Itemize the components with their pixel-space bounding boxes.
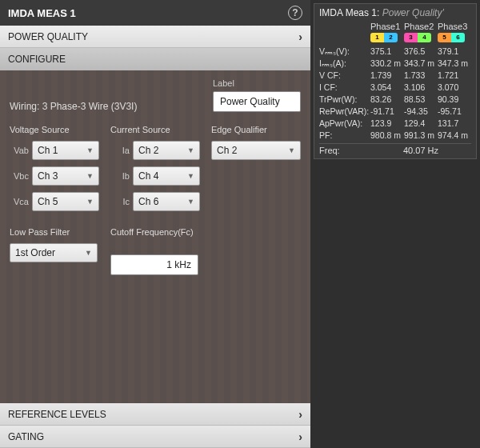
result-value: 3.070 xyxy=(438,82,471,94)
result-value: 379.1 xyxy=(438,46,471,58)
results-box: IMDA Meas 1: Power Quality' Phase1 Phase… xyxy=(314,3,477,159)
result-value: 375.1 xyxy=(370,46,404,58)
results-panel: IMDA Meas 1: Power Quality' Phase1 Phase… xyxy=(310,0,480,448)
result-value: 980.8 m xyxy=(370,130,404,142)
result-value: 90.39 xyxy=(438,94,471,106)
result-value: 123.9 xyxy=(370,118,404,130)
voltage-source-3-dropdown[interactable]: Ch 5▼ xyxy=(32,192,99,211)
phase-badges-row: 123456 xyxy=(319,31,471,42)
prefix-vab: Vab xyxy=(10,146,29,155)
result-value: 131.7 xyxy=(438,118,471,130)
result-value: 991.3 m xyxy=(404,130,438,142)
result-value: 3.054 xyxy=(370,82,404,94)
help-icon[interactable]: ? xyxy=(288,6,302,20)
result-value: 343.7 m xyxy=(404,58,438,70)
result-row: Iᵣₘₛ(A):330.2 m343.7 m347.3 m xyxy=(319,58,471,70)
section-label: POWER QUALITY xyxy=(8,31,88,42)
channel-pair-badge: 12 xyxy=(370,33,398,42)
prefix-ib: Ib xyxy=(110,171,130,181)
result-row: RePwr(VAR):-91.71-94.35-95.71 xyxy=(319,106,471,118)
result-label: V CF: xyxy=(319,70,370,82)
chevron-down-icon: ▼ xyxy=(86,172,94,180)
current-source-3-dropdown[interactable]: Ch 6▼ xyxy=(133,192,200,211)
chevron-down-icon: ▼ xyxy=(187,198,194,206)
section-reference-levels[interactable]: REFERENCE LEVELS › xyxy=(0,403,310,426)
low-pass-filter-dropdown[interactable]: 1st Order▼ xyxy=(10,243,98,262)
result-value: -91.71 xyxy=(370,106,404,118)
chevron-right-icon: › xyxy=(298,408,302,421)
panel-title-bar: IMDA MEAS 1 ? xyxy=(0,0,310,26)
result-label: I CF: xyxy=(319,82,370,94)
result-value: 1.739 xyxy=(370,70,404,82)
panel-title: IMDA MEAS 1 xyxy=(8,7,76,19)
result-value: 83.26 xyxy=(370,94,404,106)
result-label: ApPwr(VA): xyxy=(319,118,370,130)
phase1-header: Phase1 xyxy=(370,22,404,31)
channel-pair-badge: 56 xyxy=(438,33,465,42)
result-value: 330.2 m xyxy=(370,58,404,70)
result-value: 376.5 xyxy=(404,46,438,58)
configure-body: Wiring: 3 Phase-3 Wire (3V3I) Label Volt… xyxy=(0,70,310,403)
result-value: 1.721 xyxy=(438,70,471,82)
chevron-down-icon: ▼ xyxy=(288,146,295,154)
voltage-header: Voltage Source xyxy=(10,125,99,136)
current-header: Current Source xyxy=(110,125,200,136)
section-label: REFERENCE LEVELS xyxy=(8,409,106,420)
prefix-ia: Ia xyxy=(110,146,130,155)
result-label: Iᵣₘₛ(A): xyxy=(319,58,370,70)
channel-pair-badge: 34 xyxy=(404,33,431,42)
result-value: 1.733 xyxy=(404,70,438,82)
prefix-vca: Vca xyxy=(10,197,29,206)
result-row: PF:980.8 m991.3 m974.4 m xyxy=(319,130,471,142)
frequency-row: Freq: 40.07 Hz xyxy=(319,143,471,155)
label-caption: Label xyxy=(213,78,301,88)
result-label: TrPwr(W): xyxy=(319,94,370,106)
lpf-label: Low Pass Filter xyxy=(10,227,99,238)
result-value: 347.3 m xyxy=(438,58,471,70)
result-row: I CF:3.0543.1063.070 xyxy=(319,82,471,94)
phase3-header: Phase3 xyxy=(438,22,471,31)
freq-label: Freq: xyxy=(319,146,370,155)
prefix-vbc: Vbc xyxy=(10,171,29,181)
result-row: V CF:1.7391.7331.721 xyxy=(319,70,471,82)
result-value: -94.35 xyxy=(404,106,438,118)
current-source-2-dropdown[interactable]: Ch 4▼ xyxy=(133,166,200,186)
edge-header: Edge Qualifier xyxy=(211,125,301,136)
edge-qualifier-dropdown[interactable]: Ch 2▼ xyxy=(211,141,301,160)
voltage-source-1-dropdown[interactable]: Ch 1▼ xyxy=(32,141,99,160)
voltage-source-column: Voltage Source Vab Ch 1▼ Vbc Ch 3▼ Vca C… xyxy=(10,125,99,218)
section-configure[interactable]: CONFIGURE xyxy=(0,48,310,70)
phase2-header: Phase2 xyxy=(404,22,438,31)
edge-qualifier-column: Edge Qualifier Ch 2▼ xyxy=(211,125,301,218)
section-gating[interactable]: GATING › xyxy=(0,426,310,448)
result-value: 129.4 xyxy=(404,118,438,130)
results-title: IMDA Meas 1: Power Quality' xyxy=(319,7,471,18)
chevron-down-icon: ▼ xyxy=(85,249,92,257)
cutoff-frequency-input[interactable] xyxy=(110,254,198,275)
prefix-ic: Ic xyxy=(110,197,130,206)
result-row: ApPwr(VA):123.9129.4131.7 xyxy=(319,118,471,130)
cutoff-label: Cutoff Frequency(Fc) xyxy=(110,227,200,250)
freq-value: 40.07 Hz xyxy=(370,146,471,155)
voltage-source-2-dropdown[interactable]: Ch 3▼ xyxy=(32,166,99,186)
result-value: -95.71 xyxy=(438,106,471,118)
wiring-value: 3 Phase-3 Wire (3V3I) xyxy=(42,101,138,112)
result-value: 974.4 m xyxy=(438,130,471,142)
section-label: GATING xyxy=(8,431,44,442)
chevron-down-icon: ▼ xyxy=(187,146,194,154)
phase-header-row: Phase1 Phase2 Phase3 xyxy=(319,22,471,31)
current-source-1-dropdown[interactable]: Ch 2▼ xyxy=(133,141,200,160)
chevron-right-icon: › xyxy=(298,30,302,43)
section-label: CONFIGURE xyxy=(8,54,66,65)
current-source-column: Current Source Ia Ch 2▼ Ib Ch 4▼ Ic Ch 6… xyxy=(110,125,200,218)
section-power-quality[interactable]: POWER QUALITY › xyxy=(0,26,310,48)
chevron-right-icon: › xyxy=(298,430,302,443)
result-row: TrPwr(W):83.2688.5390.39 xyxy=(319,94,471,106)
wiring-label: Wiring: xyxy=(10,101,39,112)
config-panel: IMDA MEAS 1 ? POWER QUALITY › CONFIGURE … xyxy=(0,0,310,448)
result-row: Vᵣₘₛ(V):375.1376.5379.1 xyxy=(319,46,471,58)
label-input[interactable] xyxy=(213,91,301,112)
result-label: PF: xyxy=(319,130,370,142)
chevron-down-icon: ▼ xyxy=(86,198,94,206)
result-label: RePwr(VAR): xyxy=(319,106,370,118)
